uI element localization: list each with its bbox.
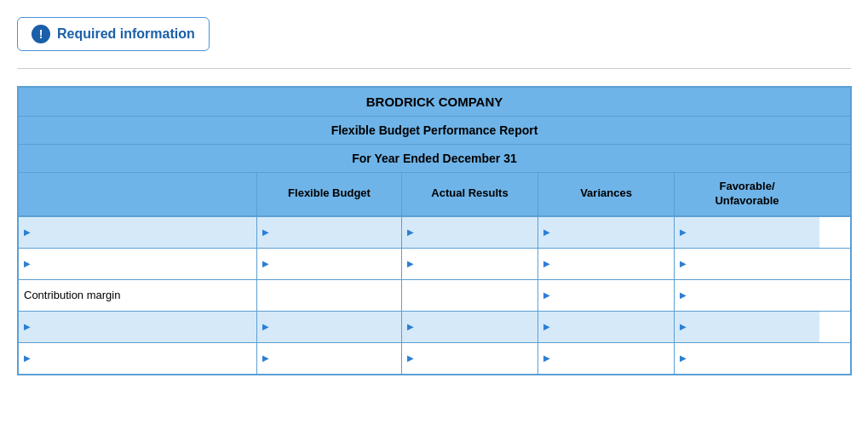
required-info-label: Required information xyxy=(57,26,195,42)
contribution-variance[interactable] xyxy=(538,280,675,311)
table-row xyxy=(19,312,850,343)
row4-actual[interactable] xyxy=(402,312,538,342)
row5-flexible-budget[interactable] xyxy=(257,343,402,374)
col-header-1 xyxy=(19,173,257,215)
contribution-flexible-budget[interactable] xyxy=(257,280,402,311)
col-header-actual-results: Actual Results xyxy=(402,173,538,215)
report-period-header: For Year Ended December 31 xyxy=(19,145,850,173)
contribution-margin-label: Contribution margin xyxy=(19,280,257,311)
row1-label[interactable] xyxy=(19,217,257,248)
col-header-variances: Variances xyxy=(538,173,675,215)
budget-table: BRODRICK COMPANY Flexible Budget Perform… xyxy=(17,86,852,375)
row4-favorable[interactable] xyxy=(675,312,819,342)
table-row xyxy=(19,249,850,280)
info-icon: ! xyxy=(32,25,50,43)
table-row xyxy=(19,217,850,249)
row2-flexible-budget[interactable] xyxy=(257,249,402,279)
col-header-favorable: Favorable/Unfavorable xyxy=(675,173,819,215)
section-divider xyxy=(17,68,851,69)
row2-label[interactable] xyxy=(19,249,257,279)
required-info-badge: ! Required information xyxy=(17,17,210,51)
report-subtitle-header: Flexible Budget Performance Report xyxy=(19,117,850,145)
table-row xyxy=(19,343,850,374)
row5-label[interactable] xyxy=(19,343,257,374)
contribution-favorable[interactable] xyxy=(675,280,819,311)
row2-variance[interactable] xyxy=(538,249,675,279)
row1-variance[interactable] xyxy=(538,217,675,248)
contribution-margin-row: Contribution margin xyxy=(19,280,850,312)
row4-flexible-budget[interactable] xyxy=(257,312,402,342)
row4-variance[interactable] xyxy=(538,312,675,342)
contribution-actual[interactable] xyxy=(402,280,538,311)
column-headers: Flexible Budget Actual Results Variances… xyxy=(19,173,850,217)
company-name-header: BRODRICK COMPANY xyxy=(19,88,850,117)
row5-favorable[interactable] xyxy=(675,343,819,374)
col-header-flexible-budget: Flexible Budget xyxy=(257,173,402,215)
row1-flexible-budget[interactable] xyxy=(257,217,402,248)
row4-label[interactable] xyxy=(19,312,257,342)
row1-actual[interactable] xyxy=(402,217,538,248)
row2-actual[interactable] xyxy=(402,249,538,279)
row2-favorable[interactable] xyxy=(675,249,819,279)
row1-favorable[interactable] xyxy=(675,217,819,248)
row5-actual[interactable] xyxy=(402,343,538,374)
row5-variance[interactable] xyxy=(538,343,675,374)
